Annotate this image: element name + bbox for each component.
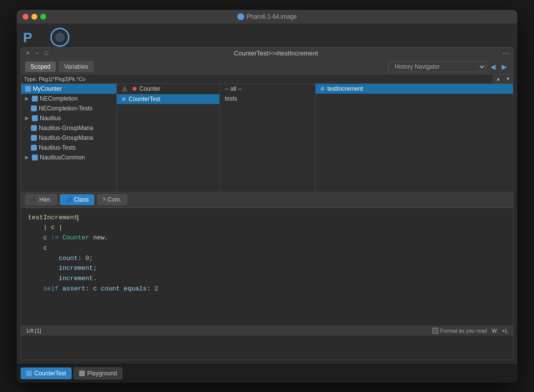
list-item[interactable]: Nautilus-Tests [21,143,116,153]
status-bar: 1/8 [1] Format as you read W +L [21,326,513,335]
class-icon: 🔵 [65,196,72,203]
window-maximize-btn[interactable]: □ [44,50,49,56]
window-title: Pharo6.1-64.image [237,13,296,20]
bottom-area [21,335,513,360]
code-line: increment. [28,274,506,284]
logo-strip: P [21,27,513,47]
browser-window-controls: × − □ [25,50,49,56]
pkg-icon [32,96,38,102]
code-line: c := Counter new. [28,233,506,243]
pkg-filter-row: ▲ ▼ [21,75,513,84]
pharo-icon [237,13,244,20]
methods-panel: testIncrement [316,84,513,192]
list-item[interactable]: ▶ NECompletion [21,94,116,104]
expand-icon: ▶ [25,155,30,160]
taskbar: CounterTest Playground [17,364,517,383]
playground-icon [79,370,85,376]
list-item[interactable]: ▶ NautilusCommon [21,153,116,162]
main-content: P × − □ CounterTest>>#testIncrement ⋯ [17,24,517,364]
classes-panel: ⚠ Counter CounterTest [117,84,220,192]
window-close-btn[interactable]: × [25,50,30,56]
history-nav: History Navigator ◀ ▶ [388,61,509,72]
nav-back-btn[interactable]: ◀ [488,62,498,72]
code-line: | c | [28,223,506,233]
hier-icon: ⬛ [30,196,37,203]
expand-icon: ▶ [25,115,30,121]
code-editor[interactable]: testIncrement | c | c := Counter new. c … [21,208,513,326]
bottom-toolbar: ⬛ Hier. 🔵 Class ? Com. [21,192,513,208]
minimize-button[interactable] [31,14,37,20]
svg-point-3 [55,32,65,42]
class-dot-icon [122,97,126,101]
taskbar-item-countertest[interactable]: CounterTest [21,367,72,379]
countertest-icon [26,370,32,376]
svg-text:P: P [23,30,32,45]
format-checkbox[interactable]: Format as you read [432,328,487,334]
pkg-icon [31,125,37,131]
hier-button[interactable]: ⬛ Hier. [25,194,57,205]
list-item[interactable]: CounterTest [117,94,219,104]
browser-header: × − □ CounterTest>>#testIncrement ⋯ [21,48,513,59]
window-minimize-btn[interactable]: − [34,50,40,56]
checkbox-icon[interactable] [432,328,438,334]
wrap-indicator: W [492,328,497,334]
history-select[interactable]: History Navigator [388,61,486,72]
code-line: count: 0; [28,254,506,264]
close-button[interactable] [23,14,28,20]
warning-icon: ⚠ [122,85,128,93]
pkg-icon [31,145,37,151]
taskbar-item-playground[interactable]: Playground [74,367,123,379]
format-label: Format as you read [440,328,487,334]
class-dot-icon [133,87,136,91]
traffic-lights [23,14,46,20]
browser-pane: × − □ CounterTest>>#testIncrement ⋯ Scop… [21,47,513,360]
pkg-icon [32,155,38,160]
list-item[interactable]: ▶ Nautilus [21,113,116,123]
browser-panels: MyCounter ▶ NECompletion NECompletion-Te… [21,84,513,192]
titlebar: Pharo6.1-64.image [17,10,517,24]
list-item[interactable]: Nautilus-GroupMana [21,123,116,133]
browser-menu-btn[interactable]: ⋯ [503,50,509,57]
list-item[interactable]: testIncrement [316,84,513,94]
expand-icon: ▶ [25,96,30,101]
method-dot-icon [320,87,324,91]
comment-button[interactable]: ? Com. [97,194,127,205]
list-item[interactable]: -- all -- [220,84,315,94]
code-line: c [28,243,506,254]
fullscreen-button[interactable] [40,14,46,20]
pkg-icon [32,115,38,121]
browser-toolbar: Scoped Variables History Navigator ◀ ▶ [21,59,513,75]
code-line: testIncrement [28,213,506,223]
line-indicator: +L [502,328,508,334]
packages-panel: MyCounter ▶ NECompletion NECompletion-Te… [21,84,117,192]
class-button[interactable]: 🔵 Class [60,194,94,205]
variables-button[interactable]: Variables [59,61,94,72]
nav-forward-btn[interactable]: ▶ [500,62,509,72]
list-item[interactable]: MyCounter [21,84,116,94]
cursor-position: 1/8 [1] [26,328,41,334]
pkg-icon [25,86,31,92]
list-item[interactable]: ⚠ Counter [117,84,219,94]
protocols-panel: -- all -- tests [220,84,316,192]
pkg-scroll-down[interactable]: ▼ [503,75,513,83]
list-item[interactable]: Nautilus-GroupMana [21,133,116,143]
pkg-scroll-up[interactable]: ▲ [493,75,503,83]
pkg-icon [31,105,37,111]
scoped-button[interactable]: Scoped [25,61,56,72]
main-window: Pharo6.1-64.image P × [17,10,517,383]
comment-icon: ? [103,197,106,203]
browser-title: CounterTest>>#testIncrement [234,50,318,57]
list-item[interactable]: NECompletion-Tests [21,104,116,113]
code-line: increment; [28,263,506,274]
code-line: self assert: c count equals: 2 [28,284,506,294]
list-item[interactable]: tests [220,94,315,104]
pkg-icon [31,135,37,141]
pkg-filter-input[interactable] [21,75,493,83]
